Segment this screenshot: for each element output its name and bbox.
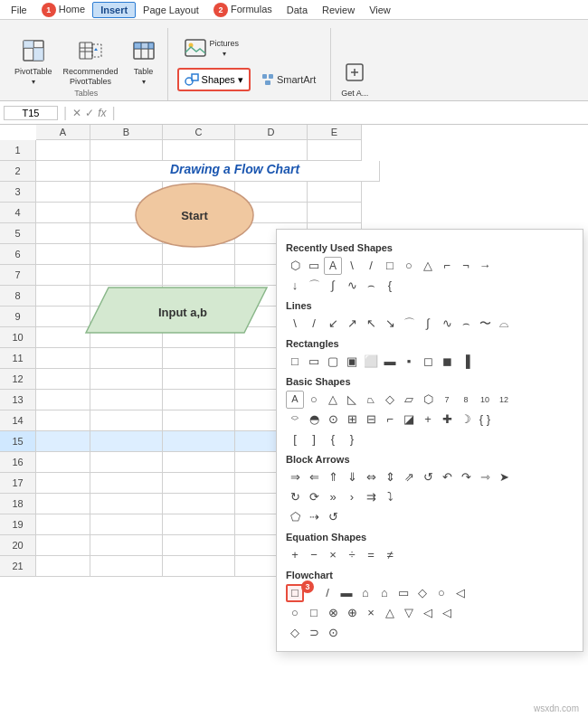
rect-3[interactable]: ▢ [324,353,342,371]
shape-square[interactable]: □ [381,257,399,275]
shape-wave[interactable]: ∿ [343,277,361,295]
flowchart-sumjunction[interactable]: × [362,604,380,622]
flowchart-collate[interactable]: ▽ [400,604,418,622]
shape-hexagon[interactable]: ⬡ [286,257,304,275]
rect-9[interactable]: ◼ [438,353,456,371]
basic-chord[interactable]: ◓ [305,410,323,429]
basic-frame[interactable]: ⊞ [343,410,361,429]
line-connector[interactable]: ⌓ [495,315,513,333]
basic-text[interactable]: A [286,391,304,409]
eq-plus[interactable]: + [286,546,304,564]
basic-brace1[interactable]: { [324,430,342,448]
menu-view[interactable]: View [362,3,398,17]
formula-input[interactable] [121,108,584,118]
rect-8[interactable]: ◻ [419,353,437,371]
line-diagonal2[interactable]: / [305,315,323,333]
flowchart-predefined[interactable]: ⌂ [356,584,375,602]
arrow-leftright[interactable]: ⇔ [362,468,380,486]
flowchart-store[interactable]: ⊙ [324,624,342,642]
arrow-bend[interactable]: ↺ [419,468,437,486]
basic-halfframe[interactable]: ⊟ [362,410,380,429]
line-arc[interactable]: ⌢ [457,315,475,333]
basic-cross[interactable]: ✚ [438,410,456,429]
line-diagonal1[interactable]: \ [286,315,304,333]
arrow-right[interactable]: ⇒ [286,468,304,486]
cell-b1[interactable] [90,140,163,161]
pictures-button[interactable]: Pictures▾ [177,32,243,64]
cell-c1[interactable] [163,140,235,161]
menu-insert[interactable]: Insert [92,2,136,18]
flowchart-data[interactable]: ▬ [337,584,356,602]
cell-a1[interactable] [36,140,90,161]
shape-curve[interactable]: ⌒ [305,277,323,295]
menu-page-layout[interactable]: Page Layout [136,3,206,17]
eq-multiply[interactable]: × [324,546,342,564]
menu-home[interactable]: 1 Home [34,1,92,19]
basic-ellipse[interactable]: ○ [305,391,323,409]
basic-plus[interactable]: + [419,410,437,429]
line-elbow4[interactable]: ↘ [381,315,399,333]
line-elbow3[interactable]: ↖ [362,315,380,333]
eq-notequal[interactable]: ≠ [381,546,399,564]
arrow-chevron[interactable]: » [324,488,342,506]
name-box[interactable] [4,106,58,120]
shape-triangle[interactable]: △ [419,257,437,275]
arrow-merge[interactable]: ⤵ [381,488,399,506]
line-curve2[interactable]: ∫ [419,315,437,333]
cell-d1[interactable] [235,140,308,161]
table-button[interactable]: Shapes Table▾ [126,34,162,89]
cell-e1[interactable] [308,140,362,161]
shape-circle[interactable]: ○ [400,257,418,275]
flowchart-document[interactable]: ⌂ [375,584,394,602]
menu-file[interactable]: File [4,3,34,17]
basic-triangle[interactable]: △ [324,391,342,409]
line-elbow2[interactable]: ↗ [343,315,361,333]
rect-2[interactable]: ▭ [305,353,323,371]
arrow-up[interactable]: ⇑ [324,468,342,486]
basic-7[interactable]: 7 [438,391,456,409]
menu-formulas[interactable]: 2 Formulas [206,1,280,19]
rect-7[interactable]: ▪ [400,353,418,371]
confirm-icon[interactable]: ✓ [85,107,94,119]
flowchart-extract[interactable]: ◁ [438,604,456,622]
eq-equals[interactable]: = [362,546,380,564]
arrow-striped[interactable]: ⇾ [476,468,494,486]
arrow-callout[interactable]: ⇢ [305,508,323,526]
flowchart-multidoc[interactable]: ▭ [394,584,413,602]
arrow-uturn[interactable]: ↶ [438,468,456,486]
flowchart-preparation[interactable]: ◁ [451,584,469,602]
arrow-updown[interactable]: ⇕ [381,468,399,486]
menu-review[interactable]: Review [315,3,362,17]
smartart-button[interactable]: SmartArt [256,71,321,89]
basic-hexagon[interactable]: ⬡ [419,391,437,409]
flowchart-decision[interactable]: ◇ [413,584,432,602]
shape-line2[interactable]: / [362,257,380,275]
basic-diagstripe[interactable]: ◪ [400,410,418,429]
arrow-pentagon[interactable]: ⬠ [286,508,304,526]
arrow-circular[interactable]: ↻ [286,488,304,506]
line-scribble[interactable]: 〜 [476,315,494,333]
basic-parallelogram[interactable]: ▱ [400,391,418,409]
flowchart-merge[interactable]: ◇ [286,624,304,642]
line-elbow1[interactable]: ↙ [324,315,342,333]
arrow-loop[interactable]: ⟳ [305,488,323,506]
arrow-circular2[interactable]: ↺ [324,508,342,526]
arrow-chevronr[interactable]: › [343,488,361,506]
flowchart-sort[interactable]: ◁ [419,604,437,622]
eq-divide[interactable]: ÷ [343,546,361,564]
shape-squiggle[interactable]: ∫ [324,277,342,295]
function-icon[interactable]: fx [98,107,106,119]
arrow-curved[interactable]: ↷ [457,468,475,486]
basic-brace2[interactable]: } [343,430,361,448]
basic-bracket1[interactable]: [ [286,430,304,448]
line-curve1[interactable]: ⌒ [400,315,418,333]
basic-8[interactable]: 8 [457,391,475,409]
eq-minus[interactable]: − [305,546,323,564]
rect-1[interactable]: □ [286,353,304,371]
rect-10[interactable]: ▐ [457,353,475,371]
arrow-dbl[interactable]: ⇉ [362,488,380,506]
basic-bracket2[interactable]: ] [305,430,323,448]
cell-a3[interactable] [36,182,90,203]
arrow-notched[interactable]: ➤ [495,468,513,486]
shape-text[interactable]: A [324,257,342,275]
